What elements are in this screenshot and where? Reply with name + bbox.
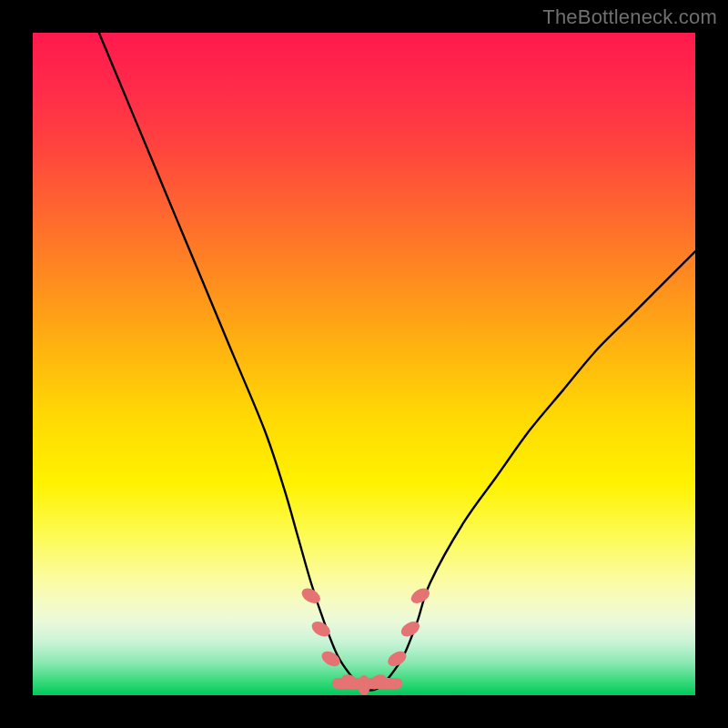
plot-area <box>33 33 695 695</box>
chart-frame: TheBottleneck.com <box>0 0 728 728</box>
svg-point-1 <box>299 585 323 606</box>
accent-markers <box>299 585 432 695</box>
svg-point-8 <box>399 619 422 640</box>
curve-line <box>99 33 695 691</box>
svg-point-3 <box>319 648 343 669</box>
curve-svg <box>33 33 695 695</box>
watermark-text: TheBottleneck.com <box>542 5 717 29</box>
